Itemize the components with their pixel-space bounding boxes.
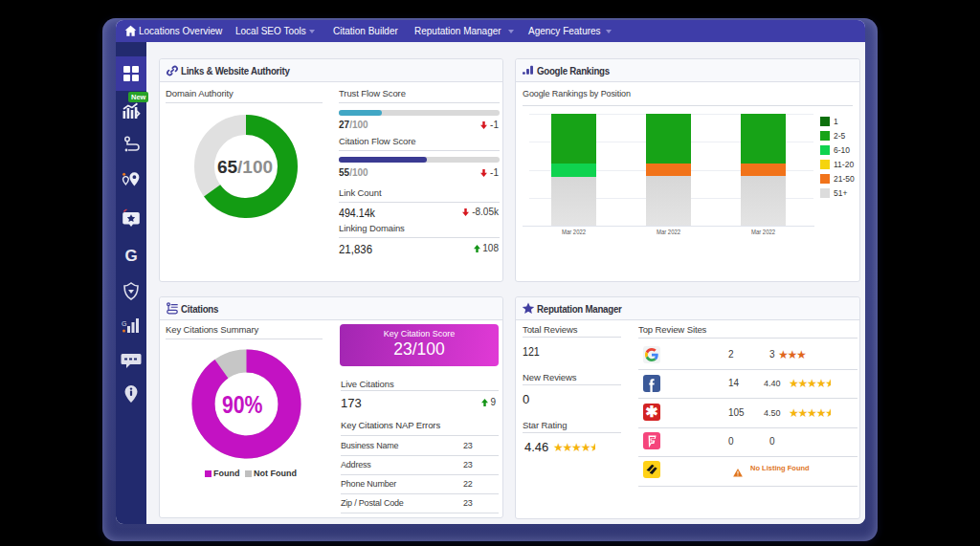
svg-text:G: G [122, 320, 126, 327]
